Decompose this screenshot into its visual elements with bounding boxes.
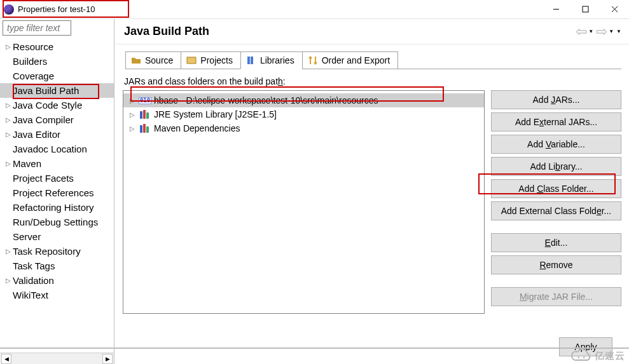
filter-container	[3, 20, 111, 36]
add-variable-button[interactable]: Add Variable...	[491, 135, 621, 154]
sidebar-item-task-tags[interactable]: Task Tags	[0, 259, 114, 273]
close-button[interactable]	[600, 0, 629, 19]
cloud-icon	[570, 349, 592, 363]
window-title: Properties for test-10	[18, 4, 95, 14]
svg-point-8	[583, 356, 585, 358]
watermark: 亿速云	[570, 349, 625, 363]
chevron-right-icon: ▷	[4, 43, 13, 50]
library-books-icon	[140, 109, 150, 119]
sidebar-item-label: Java Editor	[13, 129, 60, 140]
tab-label: Source	[145, 55, 173, 65]
sidebar-item-label: Validation	[13, 275, 54, 286]
sidebar-item-label: Run/Debug Settings	[13, 217, 98, 227]
sidebar-item-label: Java Code Style	[13, 100, 82, 111]
history-back-button[interactable]: ⇦▼	[574, 24, 595, 40]
sidebar-item-java-compiler[interactable]: ▷Java Compiler	[0, 112, 114, 127]
sidebar-item-task-repository[interactable]: ▷Task Repository	[0, 244, 114, 259]
library-books-icon	[140, 123, 150, 133]
sidebar-item-server[interactable]: Server	[0, 229, 114, 244]
sidebar-item-wikitext[interactable]: WikiText	[0, 288, 114, 302]
button-column: Add JARs... Add External JARs... Add Var…	[491, 90, 621, 334]
add-jars-button[interactable]: Add JARs...	[491, 90, 621, 109]
main-panel: Java Build Path ⇦▼ ⇨▼ ▼ Source Projects …	[114, 19, 629, 364]
tab-libraries[interactable]: Libraries	[240, 51, 303, 69]
category-tree[interactable]: ▷ResourceBuildersCoverageJava Build Path…	[0, 38, 114, 353]
chevron-right-icon: ▷	[4, 131, 13, 138]
bottom-divider	[0, 347, 629, 349]
project-icon	[186, 55, 197, 65]
sidebar-item-label: Maven	[13, 158, 41, 169]
footer: Apply	[123, 334, 621, 356]
sidebar-item-label: Refactoring History	[13, 202, 94, 213]
libraries-list[interactable]: ▷010hbase - D:\eclipse-workspace\test-10…	[123, 90, 485, 314]
add-external-class-folder-button[interactable]: Add External Class Folder...	[491, 201, 621, 220]
source-folder-icon	[131, 55, 141, 65]
sidebar-item-resource[interactable]: ▷Resource	[0, 39, 114, 54]
tab-source[interactable]: Source	[125, 51, 181, 69]
history-forward-button[interactable]: ⇨▼	[595, 24, 615, 40]
tabs: Source Projects Libraries Order and Expo…	[125, 50, 621, 70]
library-entry[interactable]: ▷010hbase - D:\eclipse-workspace\test-10…	[123, 93, 484, 107]
chevron-right-icon: ▷	[4, 248, 13, 255]
sidebar-item-label: Task Repository	[13, 246, 81, 257]
page-header: Java Build Path ⇦▼ ⇨▼ ▼	[115, 19, 629, 44]
maximize-button[interactable]	[570, 0, 600, 19]
view-menu-button[interactable]: ▼	[615, 29, 623, 34]
sidebar-item-javadoc-location[interactable]: Javadoc Location	[0, 142, 114, 156]
chevron-right-icon: ▷	[4, 102, 13, 109]
sidebar-item-label: Builders	[13, 56, 47, 67]
sidebar-item-java-build-path[interactable]: Java Build Path	[0, 83, 114, 98]
library-entry[interactable]: ▷Maven Dependencies	[123, 121, 484, 135]
chevron-right-icon: ▷	[4, 116, 13, 123]
svg-rect-1	[583, 6, 588, 12]
add-external-jars-button[interactable]: Add External JARs...	[491, 112, 621, 131]
library-entry[interactable]: ▷JRE System Library [J2SE-1.5]	[123, 107, 484, 121]
sidebar-item-builders[interactable]: Builders	[0, 54, 114, 69]
remove-button[interactable]: Remove	[491, 255, 621, 274]
sidebar-item-java-code-style[interactable]: ▷Java Code Style	[0, 98, 114, 112]
library-entry-label: Maven Dependencies	[154, 123, 240, 133]
sidebar-item-label: Javadoc Location	[13, 144, 87, 154]
watermark-text: 亿速云	[595, 350, 625, 362]
library-entry-label: hbase - D:\eclipse-workspace\test-10\src…	[154, 95, 378, 105]
tab-label: Projects	[200, 55, 233, 65]
chevron-right-icon: ▷	[128, 97, 136, 104]
svg-rect-5	[247, 57, 250, 64]
minimize-button[interactable]	[541, 0, 570, 19]
sidebar-item-java-editor[interactable]: ▷Java Editor	[0, 127, 114, 142]
sidebar-scrollbar[interactable]: ◀ ▶	[0, 353, 114, 364]
tab-label: Libraries	[260, 55, 294, 65]
tab-order-export[interactable]: Order and Export	[302, 51, 398, 69]
sidebar-item-label: Coverage	[13, 71, 54, 81]
sidebar-item-label: Task Tags	[13, 260, 55, 271]
filter-input[interactable]	[3, 20, 71, 36]
sidebar-item-label: Project References	[13, 187, 94, 198]
sidebar-item-project-references[interactable]: Project References	[0, 185, 114, 200]
scroll-left-icon[interactable]: ◀	[1, 354, 11, 364]
eclipse-icon	[4, 4, 14, 15]
sidebar-item-label: Server	[13, 231, 41, 242]
svg-rect-4	[187, 57, 196, 64]
page-title: Java Build Path	[124, 25, 574, 38]
svg-point-7	[578, 356, 580, 358]
sidebar-item-coverage[interactable]: Coverage	[0, 69, 114, 83]
sidebar-item-validation[interactable]: ▷Validation	[0, 273, 114, 288]
sidebar-item-label: Java Build Path	[13, 85, 79, 96]
sidebar-item-run-debug-settings[interactable]: Run/Debug Settings	[0, 215, 114, 229]
svg-rect-6	[251, 57, 253, 64]
tab-label: Order and Export	[322, 55, 390, 65]
add-library-button[interactable]: Add Library...	[491, 157, 621, 176]
list-description: JARs and class folders on the build path…	[124, 76, 620, 86]
sidebar-item-label: Resource	[13, 41, 53, 52]
sidebar-item-label: Project Facets	[13, 173, 74, 184]
chevron-right-icon: ▷	[4, 277, 13, 284]
tab-projects[interactable]: Projects	[181, 51, 241, 69]
chevron-right-icon: ▷	[128, 125, 136, 132]
sidebar-item-project-facets[interactable]: Project Facets	[0, 171, 114, 185]
sidebar: ▷ResourceBuildersCoverageJava Build Path…	[0, 19, 114, 364]
edit-button[interactable]: Edit...	[491, 233, 621, 252]
sidebar-item-refactoring-history[interactable]: Refactoring History	[0, 200, 114, 215]
sidebar-item-maven[interactable]: ▷Maven	[0, 156, 114, 171]
scroll-right-icon[interactable]: ▶	[102, 354, 113, 364]
add-class-folder-button[interactable]: Add Class Folder...	[491, 179, 621, 198]
